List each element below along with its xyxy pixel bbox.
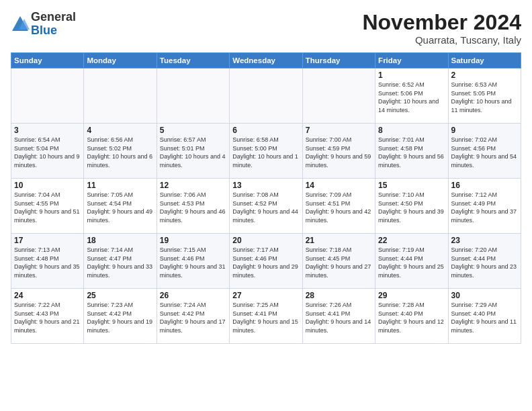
day-cell xyxy=(302,68,375,124)
day-number: 9 xyxy=(451,126,518,135)
day-info: Sunrise: 7:12 AM Sunset: 4:49 PM Dayligh… xyxy=(451,191,518,224)
day-info: Sunrise: 7:28 AM Sunset: 4:40 PM Dayligh… xyxy=(378,301,445,334)
day-cell: 8Sunrise: 7:01 AM Sunset: 4:58 PM Daylig… xyxy=(375,124,448,179)
day-cell: 13Sunrise: 7:08 AM Sunset: 4:52 PM Dayli… xyxy=(230,179,302,234)
calendar: SundayMondayTuesdayWednesdayThursdayFrid… xyxy=(11,52,521,344)
day-info: Sunrise: 6:57 AM Sunset: 5:01 PM Dayligh… xyxy=(160,136,226,169)
day-info: Sunrise: 7:08 AM Sunset: 4:52 PM Dayligh… xyxy=(232,191,299,224)
day-number: 30 xyxy=(451,291,518,300)
day-info: Sunrise: 7:20 AM Sunset: 4:44 PM Dayligh… xyxy=(451,246,518,279)
day-cell: 7Sunrise: 7:00 AM Sunset: 4:59 PM Daylig… xyxy=(302,124,375,179)
day-cell: 1Sunrise: 6:52 AM Sunset: 5:06 PM Daylig… xyxy=(375,68,448,124)
day-cell: 14Sunrise: 7:09 AM Sunset: 4:51 PM Dayli… xyxy=(302,179,375,234)
day-cell: 18Sunrise: 7:14 AM Sunset: 4:47 PM Dayli… xyxy=(84,234,157,289)
day-number: 26 xyxy=(160,291,226,300)
week-row-4: 17Sunrise: 7:13 AM Sunset: 4:48 PM Dayli… xyxy=(11,234,521,289)
day-number: 23 xyxy=(451,236,518,245)
day-number: 29 xyxy=(378,291,445,300)
day-cell: 30Sunrise: 7:29 AM Sunset: 4:40 PM Dayli… xyxy=(448,289,521,344)
day-info: Sunrise: 6:52 AM Sunset: 5:06 PM Dayligh… xyxy=(378,81,445,114)
day-number: 19 xyxy=(160,236,226,245)
logo-general: General xyxy=(31,10,76,24)
day-info: Sunrise: 7:00 AM Sunset: 4:59 PM Dayligh… xyxy=(306,136,372,169)
week-row-2: 3Sunrise: 6:54 AM Sunset: 5:04 PM Daylig… xyxy=(11,124,521,179)
col-header-friday: Friday xyxy=(375,53,448,68)
day-number: 11 xyxy=(87,181,153,190)
day-number: 1 xyxy=(378,71,445,80)
logo-blue: Blue xyxy=(31,24,57,37)
day-info: Sunrise: 7:23 AM Sunset: 4:42 PM Dayligh… xyxy=(87,301,153,334)
day-cell: 29Sunrise: 7:28 AM Sunset: 4:40 PM Dayli… xyxy=(375,289,448,344)
day-number: 14 xyxy=(306,181,372,190)
day-info: Sunrise: 7:17 AM Sunset: 4:46 PM Dayligh… xyxy=(232,246,299,279)
day-info: Sunrise: 7:22 AM Sunset: 4:43 PM Dayligh… xyxy=(14,301,81,334)
week-row-5: 24Sunrise: 7:22 AM Sunset: 4:43 PM Dayli… xyxy=(11,289,521,344)
day-cell xyxy=(230,68,302,124)
day-cell: 24Sunrise: 7:22 AM Sunset: 4:43 PM Dayli… xyxy=(11,289,84,344)
month-title: November 2024 xyxy=(362,11,521,34)
day-info: Sunrise: 6:54 AM Sunset: 5:04 PM Dayligh… xyxy=(14,136,81,169)
day-cell: 11Sunrise: 7:05 AM Sunset: 4:54 PM Dayli… xyxy=(84,179,157,234)
col-header-saturday: Saturday xyxy=(448,53,521,68)
day-cell: 19Sunrise: 7:15 AM Sunset: 4:46 PM Dayli… xyxy=(157,234,229,289)
day-cell: 16Sunrise: 7:12 AM Sunset: 4:49 PM Dayli… xyxy=(448,179,521,234)
day-info: Sunrise: 7:06 AM Sunset: 4:53 PM Dayligh… xyxy=(160,191,226,224)
day-cell: 6Sunrise: 6:58 AM Sunset: 5:00 PM Daylig… xyxy=(230,124,302,179)
col-header-monday: Monday xyxy=(84,53,157,68)
day-info: Sunrise: 7:25 AM Sunset: 4:41 PM Dayligh… xyxy=(232,301,299,334)
day-number: 2 xyxy=(451,71,518,80)
day-cell xyxy=(84,68,157,124)
day-info: Sunrise: 7:05 AM Sunset: 4:54 PM Dayligh… xyxy=(87,191,153,224)
day-number: 20 xyxy=(232,236,299,245)
logo-icon xyxy=(11,15,30,34)
day-cell: 15Sunrise: 7:10 AM Sunset: 4:50 PM Dayli… xyxy=(375,179,448,234)
day-number: 7 xyxy=(306,126,372,135)
day-cell: 20Sunrise: 7:17 AM Sunset: 4:46 PM Dayli… xyxy=(230,234,302,289)
day-info: Sunrise: 7:19 AM Sunset: 4:44 PM Dayligh… xyxy=(378,246,445,279)
day-info: Sunrise: 7:15 AM Sunset: 4:46 PM Dayligh… xyxy=(160,246,226,279)
day-cell: 25Sunrise: 7:23 AM Sunset: 4:42 PM Dayli… xyxy=(84,289,157,344)
day-cell: 28Sunrise: 7:26 AM Sunset: 4:41 PM Dayli… xyxy=(302,289,375,344)
day-cell: 26Sunrise: 7:24 AM Sunset: 4:42 PM Dayli… xyxy=(157,289,229,344)
day-info: Sunrise: 6:58 AM Sunset: 5:00 PM Dayligh… xyxy=(232,136,299,169)
calendar-header-row: SundayMondayTuesdayWednesdayThursdayFrid… xyxy=(11,53,521,68)
day-number: 3 xyxy=(14,126,81,135)
day-cell: 22Sunrise: 7:19 AM Sunset: 4:44 PM Dayli… xyxy=(375,234,448,289)
day-number: 6 xyxy=(232,126,299,135)
title-block: November 2024 Quarrata, Tuscany, Italy xyxy=(362,11,521,46)
col-header-sunday: Sunday xyxy=(11,53,84,68)
day-info: Sunrise: 7:13 AM Sunset: 4:48 PM Dayligh… xyxy=(14,246,81,279)
day-cell: 21Sunrise: 7:18 AM Sunset: 4:45 PM Dayli… xyxy=(302,234,375,289)
day-number: 24 xyxy=(14,291,81,300)
day-info: Sunrise: 6:53 AM Sunset: 5:05 PM Dayligh… xyxy=(451,81,518,114)
day-cell xyxy=(157,68,229,124)
day-info: Sunrise: 7:18 AM Sunset: 4:45 PM Dayligh… xyxy=(306,246,372,279)
day-cell: 12Sunrise: 7:06 AM Sunset: 4:53 PM Dayli… xyxy=(157,179,229,234)
day-number: 22 xyxy=(378,236,445,245)
day-number: 18 xyxy=(87,236,153,245)
col-header-tuesday: Tuesday xyxy=(157,53,229,68)
day-info: Sunrise: 6:56 AM Sunset: 5:02 PM Dayligh… xyxy=(87,136,153,169)
week-row-3: 10Sunrise: 7:04 AM Sunset: 4:55 PM Dayli… xyxy=(11,179,521,234)
day-number: 27 xyxy=(232,291,299,300)
day-info: Sunrise: 7:01 AM Sunset: 4:58 PM Dayligh… xyxy=(378,136,445,169)
day-cell: 23Sunrise: 7:20 AM Sunset: 4:44 PM Dayli… xyxy=(448,234,521,289)
day-cell xyxy=(11,68,84,124)
logo-text: General Blue xyxy=(31,11,76,38)
day-cell: 27Sunrise: 7:25 AM Sunset: 4:41 PM Dayli… xyxy=(230,289,302,344)
day-number: 25 xyxy=(87,291,153,300)
day-info: Sunrise: 7:26 AM Sunset: 4:41 PM Dayligh… xyxy=(306,301,372,334)
day-cell: 2Sunrise: 6:53 AM Sunset: 5:05 PM Daylig… xyxy=(448,68,521,124)
day-number: 8 xyxy=(378,126,445,135)
day-info: Sunrise: 7:24 AM Sunset: 4:42 PM Dayligh… xyxy=(160,301,226,334)
day-number: 16 xyxy=(451,181,518,190)
page: General Blue November 2024 Quarrata, Tus… xyxy=(0,0,532,349)
day-cell: 9Sunrise: 7:02 AM Sunset: 4:56 PM Daylig… xyxy=(448,124,521,179)
day-number: 4 xyxy=(87,126,153,135)
day-info: Sunrise: 7:04 AM Sunset: 4:55 PM Dayligh… xyxy=(14,191,81,224)
col-header-wednesday: Wednesday xyxy=(230,53,302,68)
day-info: Sunrise: 7:09 AM Sunset: 4:51 PM Dayligh… xyxy=(306,191,372,224)
day-cell: 4Sunrise: 6:56 AM Sunset: 5:02 PM Daylig… xyxy=(84,124,157,179)
day-number: 17 xyxy=(14,236,81,245)
day-info: Sunrise: 7:14 AM Sunset: 4:47 PM Dayligh… xyxy=(87,246,153,279)
